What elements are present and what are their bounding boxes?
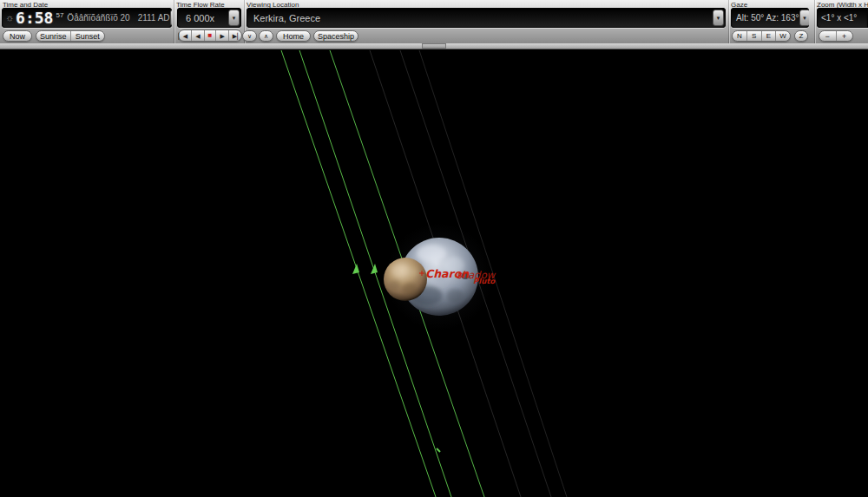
starry-night-app: Time and Date Time Flow Rate Viewing Loc… bbox=[0, 0, 868, 497]
orbit-tick-mark bbox=[437, 448, 440, 452]
location-dropdown-icon[interactable]: ▼ bbox=[713, 10, 724, 26]
zoom-value: <1° x <1° bbox=[821, 13, 857, 23]
zoom-out-button[interactable]: − bbox=[819, 31, 836, 41]
year-display: 2111 AD bbox=[138, 13, 170, 23]
gaze-value: Alt: 50° Az: 163° bbox=[736, 13, 799, 23]
step-backward-button[interactable]: ▏◀ bbox=[174, 30, 191, 41]
gaze-west-button[interactable]: W bbox=[775, 31, 790, 41]
play-forward-button[interactable]: ▶ bbox=[215, 30, 227, 41]
divider bbox=[728, 0, 729, 43]
playback-controls: ▏◀ ◀ ■ ▶ ▶▏ bbox=[178, 29, 242, 42]
sunrise-button[interactable]: Sunrise bbox=[36, 31, 70, 41]
compass-button-group: N S E W bbox=[732, 30, 791, 42]
time-date-dropdown-icon[interactable]: ▼ bbox=[170, 10, 172, 26]
gaze-north-button[interactable]: N bbox=[733, 31, 746, 41]
time-flow-field[interactable]: 6 000x ▼ bbox=[177, 8, 241, 28]
home-button[interactable]: Home bbox=[276, 30, 311, 42]
orbit-direction-arrow-icon bbox=[371, 264, 378, 274]
clock-display: 6:58 bbox=[16, 10, 53, 26]
divider bbox=[814, 0, 815, 43]
viewing-location-field[interactable]: Kerkira, Greece ▼ bbox=[247, 8, 726, 28]
gaze-south-button[interactable]: S bbox=[746, 31, 761, 41]
charon-label[interactable]: Charon bbox=[425, 267, 470, 280]
gaze-dropdown-icon[interactable]: ▼ bbox=[799, 10, 810, 26]
location-down-button[interactable]: ∨ bbox=[242, 30, 257, 42]
time-flow-value: 6 000x bbox=[186, 13, 214, 23]
sky-canvas: shadow Charon Pluto bbox=[0, 43, 868, 497]
daylight-icon: ☼ bbox=[5, 13, 14, 23]
pluto-label[interactable]: Pluto bbox=[473, 277, 496, 285]
gaze-field[interactable]: Alt: 50° Az: 163° ▼ bbox=[731, 8, 809, 28]
time-date-field[interactable]: ☼ 6:58 57 Öåâñïõáñßïõ 20 2111 AD ▼ bbox=[2, 8, 172, 28]
now-button[interactable]: Now bbox=[3, 30, 32, 42]
zoom-button-group: − + bbox=[819, 30, 853, 42]
zoom-in-button[interactable]: + bbox=[836, 31, 853, 41]
spaceship-button[interactable]: Spaceship bbox=[313, 30, 358, 42]
sunrise-sunset-group: Sunrise Sunset bbox=[36, 30, 105, 42]
time-flow-dropdown-icon[interactable]: ▼ bbox=[228, 10, 240, 26]
viewing-location-value: Kerkira, Greece bbox=[253, 13, 320, 23]
gaze-zenith-button[interactable]: Z bbox=[794, 30, 808, 42]
play-reverse-button[interactable]: ◀ bbox=[191, 30, 203, 41]
toolbar: Time and Date Time Flow Rate Viewing Loc… bbox=[0, 0, 868, 44]
gaze-east-button[interactable]: E bbox=[761, 31, 776, 41]
clock-seconds: 57 bbox=[56, 11, 63, 19]
charon-sphere[interactable] bbox=[384, 258, 427, 301]
sunset-button[interactable]: Sunset bbox=[70, 31, 104, 41]
zoom-field[interactable]: <1° x <1° bbox=[817, 8, 868, 28]
date-display: Öåâñïõáñßïõ 20 bbox=[67, 13, 129, 23]
stop-button[interactable]: ■ bbox=[204, 30, 216, 41]
sky-view[interactable]: shadow Charon Pluto bbox=[0, 43, 868, 497]
location-up-button[interactable]: ∧ bbox=[259, 30, 273, 42]
